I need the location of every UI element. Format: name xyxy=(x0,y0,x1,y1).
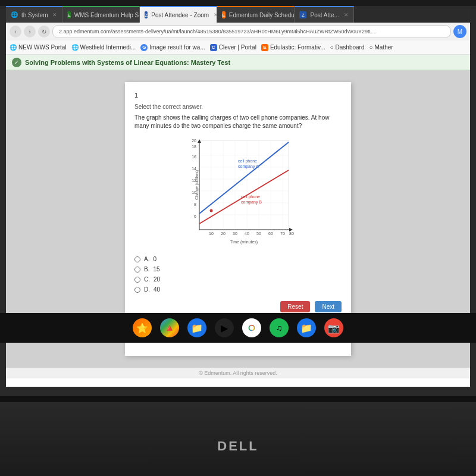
bookmark-mather[interactable]: ○ Mather xyxy=(369,44,393,51)
answer-choice-d[interactable]: D. 40 xyxy=(134,286,342,293)
answer-choice-a[interactable]: A. 0 xyxy=(134,256,342,262)
svg-text:cell phone: cell phone xyxy=(238,159,257,164)
bookmark-edulastic[interactable]: E Edulastic: Formativ... xyxy=(261,44,325,51)
answer-choice-c[interactable]: C. 20 xyxy=(134,276,342,283)
svg-text:70: 70 xyxy=(280,231,285,236)
taskbar-star-icon[interactable]: ⭐ xyxy=(133,318,152,337)
svg-text:8: 8 xyxy=(194,202,196,206)
taskbar-drive-icon[interactable]: 🔺 xyxy=(160,318,179,337)
profile-icon[interactable]: M xyxy=(453,25,466,38)
bookmark-label: Edulastic: Formativ... xyxy=(270,44,325,51)
svg-text:60: 60 xyxy=(268,231,273,236)
tab-label: Post Attendee - Zoom xyxy=(151,12,209,18)
tab-system[interactable]: 🌐 th System ✕ xyxy=(6,6,62,23)
answer-value-b: 15 xyxy=(153,266,159,273)
back-button[interactable]: ‹ xyxy=(10,26,21,37)
svg-text:company B: company B xyxy=(241,200,262,205)
address-bar-row: ‹ › ↻ 2.app.edmentum.com/assessments-del… xyxy=(6,23,470,40)
tab-favicon: E xyxy=(67,11,70,18)
svg-text:company A: company A xyxy=(238,164,259,169)
bookmark-icon: 🌐 xyxy=(71,44,79,51)
svg-text:Time (minutes): Time (minutes) xyxy=(230,240,258,245)
tab-favicon: E xyxy=(222,11,225,18)
svg-point-45 xyxy=(250,326,254,330)
page-title: Solving Problems with Systems of Linear … xyxy=(25,59,230,66)
bookmark-icon: ○ xyxy=(330,44,334,51)
tab-label: Edmentum Daily Schedule - S xyxy=(229,12,295,18)
laptop-screen: 🌐 th System ✕ E WMS Edmentum Help Sessio… xyxy=(0,6,476,399)
address-text: 2.app.edmentum.com/assessments-delivery/… xyxy=(59,29,377,35)
action-buttons: Reset Next xyxy=(134,301,342,312)
tab-edmentum-help[interactable]: E WMS Edmentum Help Session ✕ xyxy=(62,6,140,23)
taskbar-camera-icon[interactable]: 📷 xyxy=(324,318,343,337)
forward-button[interactable]: › xyxy=(24,26,36,37)
bookmark-label: Mather xyxy=(375,44,393,51)
reset-button[interactable]: Reset xyxy=(280,301,310,312)
bookmark-dashboard[interactable]: ○ Dashboard xyxy=(330,44,365,51)
next-button[interactable]: Next xyxy=(315,301,342,312)
tab-bar: 🌐 th System ✕ E WMS Edmentum Help Sessio… xyxy=(6,6,470,23)
bookmark-wws[interactable]: 🌐 NEW WWS Portal xyxy=(10,44,67,51)
answer-value-a: 0 xyxy=(153,256,156,262)
radio-b[interactable] xyxy=(134,267,140,273)
answer-value-d: 40 xyxy=(154,286,160,293)
tab-label: WMS Edmentum Help Session xyxy=(74,12,140,18)
question-instruction: Select the correct answer. xyxy=(134,104,342,110)
svg-text:10: 10 xyxy=(209,231,214,236)
svg-point-38 xyxy=(210,209,213,212)
nav-buttons: ‹ › ↻ xyxy=(10,26,50,37)
page-header: ✓ Solving Problems with Systems of Linea… xyxy=(6,55,470,70)
tab-favicon: Z xyxy=(145,11,148,18)
tab-label: Post Atte... xyxy=(310,12,339,18)
refresh-button[interactable]: ↻ xyxy=(38,26,50,37)
answer-label-a: A. xyxy=(144,256,149,262)
svg-text:Charge (dollars): Charge (dollars) xyxy=(195,170,199,200)
tab-edmentum-schedule[interactable]: E Edmentum Daily Schedule - S ✕ xyxy=(217,6,295,23)
svg-text:80: 80 xyxy=(289,231,294,236)
taskbar-files-icon[interactable]: 📁 xyxy=(187,318,206,337)
radio-d[interactable] xyxy=(134,287,140,293)
taskbar-spotify-icon[interactable]: ♫ xyxy=(270,318,289,337)
bookmark-image-result[interactable]: G Image result for wa... xyxy=(140,44,205,51)
graph-svg: 6 8 10 12 14 16 18 20 10 20 30 40 50 xyxy=(181,137,295,248)
tab-favicon: 🌐 xyxy=(11,11,18,18)
svg-text:50: 50 xyxy=(256,231,261,236)
tab-close[interactable]: ✕ xyxy=(52,12,57,18)
tab-favicon: Z xyxy=(299,11,306,18)
svg-text:18: 18 xyxy=(192,145,196,149)
bookmark-icon: ○ xyxy=(369,44,372,51)
bookmark-icon: 🌐 xyxy=(10,44,17,51)
radio-a[interactable] xyxy=(134,256,140,262)
page-header-icon: ✓ xyxy=(12,58,21,67)
bookmarks-bar: 🌐 NEW WWS Portal 🌐 Westfield Intermedi..… xyxy=(6,40,470,55)
svg-text:20: 20 xyxy=(192,139,196,143)
address-bar[interactable]: 2.app.edmentum.com/assessments-delivery/… xyxy=(52,25,451,38)
radio-c[interactable] xyxy=(134,277,140,283)
bookmark-label: Image result for wa... xyxy=(149,44,205,51)
svg-text:cell phone: cell phone xyxy=(241,195,260,199)
laptop-body: DELL xyxy=(0,399,476,476)
bookmark-icon: G xyxy=(140,44,148,51)
bookmark-label: NEW WWS Portal xyxy=(18,44,67,51)
taskbar-folder-icon[interactable]: 📁 xyxy=(297,318,316,337)
answer-choice-b[interactable]: B. 15 xyxy=(134,266,342,273)
taskbar: ⭐ 🔺 📁 ▶ ♫ 📁 📷 xyxy=(0,313,476,343)
answer-label-d: D. xyxy=(144,286,150,293)
graph-container: 6 8 10 12 14 16 18 20 10 20 30 40 50 xyxy=(181,137,295,248)
taskbar-chrome-icon[interactable] xyxy=(242,318,261,337)
bookmark-clever[interactable]: C Clever | Portal xyxy=(210,44,256,51)
bookmark-westfield[interactable]: 🌐 Westfield Intermedi... xyxy=(71,44,136,51)
svg-text:20: 20 xyxy=(221,231,226,236)
bookmark-icon: C xyxy=(210,44,217,51)
taskbar-play-icon[interactable]: ▶ xyxy=(215,318,234,337)
svg-text:16: 16 xyxy=(192,155,196,159)
tab-close[interactable]: ✕ xyxy=(344,12,349,18)
answer-label-b: B. xyxy=(144,266,149,273)
question-text: The graph shows the calling charges of t… xyxy=(134,114,342,130)
tab-post-attendee[interactable]: Z Post Attendee - Zoom ✕ xyxy=(140,6,217,23)
browser-chrome: 🌐 th System ✕ E WMS Edmentum Help Sessio… xyxy=(6,6,470,55)
tab-post-atte[interactable]: Z Post Atte... ✕ xyxy=(295,6,353,23)
svg-text:6: 6 xyxy=(194,214,196,218)
bookmark-label: Clever | Portal xyxy=(219,44,256,51)
question-number: 1 xyxy=(134,92,342,99)
